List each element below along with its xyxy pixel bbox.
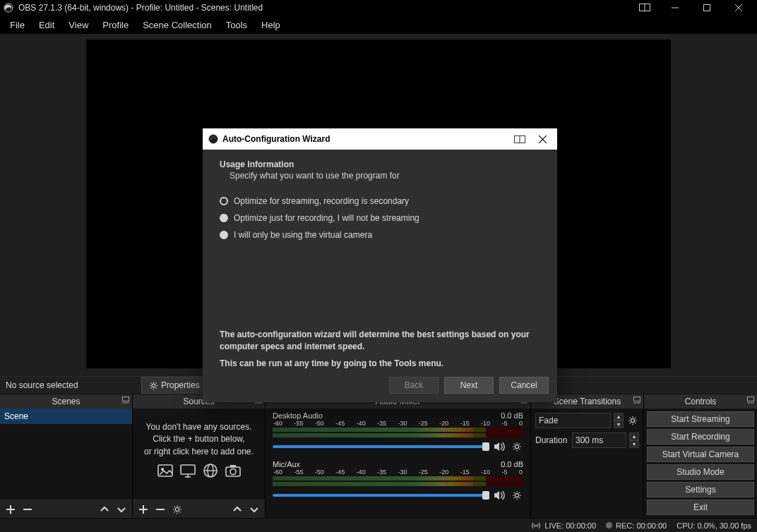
next-button[interactable]: Next: [444, 377, 494, 394]
move-source-down-icon[interactable]: [248, 503, 261, 516]
remove-scene-icon[interactable]: [21, 503, 34, 516]
svg-rect-17: [181, 465, 195, 474]
meter-bar: [273, 428, 523, 432]
volume-slider[interactable]: [273, 494, 489, 497]
speaker-icon[interactable]: [494, 440, 506, 453]
menu-edit[interactable]: Edit: [32, 17, 61, 33]
remove-source-icon[interactable]: [154, 503, 167, 516]
panels-row: Scenes Scene Sources You don't: [0, 394, 757, 518]
start-virtual-camera-button[interactable]: Start Virtual Camera: [647, 447, 754, 462]
scene-item[interactable]: Scene: [0, 409, 132, 424]
radio-option-recording[interactable]: Optimize just for recording, I will not …: [220, 213, 540, 223]
mixer-body: Desktop Audio 0.0 dB -60-55-50-45-40-35-…: [266, 409, 530, 518]
minimize-button[interactable]: [659, 0, 691, 16]
display-source-icon: [179, 462, 196, 479]
svg-rect-2: [645, 4, 645, 11]
studio-mode-button[interactable]: Studio Mode: [647, 464, 754, 480]
gear-icon: [149, 381, 158, 390]
cancel-button[interactable]: Cancel: [499, 377, 549, 394]
radio-icon: [220, 231, 228, 239]
transition-select[interactable]: Fade: [535, 413, 611, 428]
maximize-button[interactable]: [691, 0, 722, 16]
start-recording-button[interactable]: Start Recording: [647, 429, 754, 445]
meter-bar: [273, 476, 523, 480]
radio-option-streaming[interactable]: Optimize for streaming, recording is sec…: [220, 196, 540, 206]
live-text: LIVE: 00:00:00: [544, 521, 596, 530]
sources-empty-message: You don't have any sources. Click the + …: [133, 409, 265, 483]
sources-footer: [133, 500, 265, 518]
dialog-studio-icon: [511, 132, 529, 146]
properties-button[interactable]: Properties: [141, 377, 208, 394]
properties-label: Properties: [161, 380, 200, 390]
exit-button[interactable]: Exit: [647, 500, 754, 515]
move-scene-down-icon[interactable]: [115, 503, 128, 516]
move-scene-up-icon[interactable]: [98, 503, 111, 516]
titlebar: OBS 27.1.3 (64-bit, windows) - Profile: …: [0, 0, 757, 16]
svg-point-24: [230, 469, 236, 475]
menu-file[interactable]: File: [3, 17, 32, 33]
no-source-label: No source selected: [0, 380, 141, 390]
broadcast-icon: [531, 521, 541, 530]
scenes-list[interactable]: Scene: [0, 409, 132, 500]
rec-status: REC: 00:00:00: [606, 521, 667, 530]
scenes-title: Scenes: [52, 397, 80, 406]
globe-source-icon: [202, 462, 219, 479]
menu-help[interactable]: Help: [254, 17, 287, 33]
svg-point-16: [161, 468, 164, 471]
menu-tools[interactable]: Tools: [219, 17, 254, 33]
record-dot-icon: [606, 522, 612, 528]
source-properties-icon[interactable]: [171, 503, 184, 516]
radio-option-virtual-camera[interactable]: I will only be using the virtual camera: [220, 230, 540, 240]
popout-icon[interactable]: [633, 397, 640, 404]
svg-point-33: [515, 445, 518, 448]
popout-icon[interactable]: [122, 397, 129, 404]
sources-list[interactable]: You don't have any sources. Click the + …: [133, 409, 265, 500]
transition-settings-icon[interactable]: [626, 414, 639, 427]
duration-input[interactable]: 300 ms: [572, 433, 626, 448]
image-source-icon: [157, 462, 174, 479]
svg-rect-36: [634, 397, 640, 401]
menu-view[interactable]: View: [61, 17, 95, 33]
dialog-info-text: This can be run at any time by going to …: [220, 358, 540, 368]
channel-settings-icon[interactable]: [511, 440, 523, 453]
radio-label: Optimize for streaming, recording is sec…: [234, 196, 409, 206]
duration-spin[interactable]: ▲▼: [629, 433, 639, 448]
window-title: OBS 27.1.3 (64-bit, windows) - Profile: …: [18, 3, 639, 13]
svg-rect-44: [520, 135, 520, 143]
channel-name: Mic/Aux: [273, 460, 300, 468]
close-button[interactable]: [722, 0, 754, 16]
meter-bar: [273, 482, 523, 486]
svg-point-35: [515, 493, 518, 497]
transition-selected-label: Fade: [539, 416, 558, 425]
channel-settings-icon[interactable]: [511, 489, 523, 502]
duration-value: 300 ms: [576, 435, 603, 445]
rec-text: REC: 00:00:00: [616, 521, 667, 530]
svg-marker-32: [494, 442, 499, 451]
add-scene-icon[interactable]: [4, 503, 17, 516]
scenes-footer: [0, 500, 132, 518]
channel-level: 0.0 dB: [501, 411, 523, 420]
back-button[interactable]: Back: [389, 377, 439, 394]
svg-point-41: [535, 524, 537, 526]
dialog-heading: Usage Information: [220, 159, 540, 169]
scene-item-label: Scene: [4, 411, 28, 421]
svg-marker-34: [494, 491, 499, 500]
menu-profile[interactable]: Profile: [95, 17, 136, 33]
dialog-close-button[interactable]: [533, 132, 552, 146]
add-source-icon[interactable]: [137, 503, 150, 516]
meter-bar: [273, 433, 523, 437]
volume-slider[interactable]: [273, 445, 489, 448]
menu-scene-collection[interactable]: Scene Collection: [136, 17, 219, 33]
popout-icon[interactable]: [747, 397, 754, 404]
move-source-up-icon[interactable]: [231, 503, 244, 516]
sources-empty-line: Click the + button below,: [138, 433, 259, 445]
start-streaming-button[interactable]: Start Streaming: [647, 411, 754, 427]
cpu-text: CPU: 0.0%, 30.00 fps: [676, 521, 751, 530]
studio-mode-indicator-icon: [639, 4, 652, 12]
speaker-icon[interactable]: [494, 489, 506, 502]
radio-label: Optimize just for recording, I will not …: [234, 213, 419, 223]
channel-name: Desktop Audio: [273, 411, 323, 420]
mixer-scale: -60-55-50-45-40-35-30-25-20-15-10-50: [273, 468, 523, 476]
settings-button[interactable]: Settings: [647, 482, 754, 497]
transition-spin[interactable]: ▲▼: [614, 413, 624, 428]
